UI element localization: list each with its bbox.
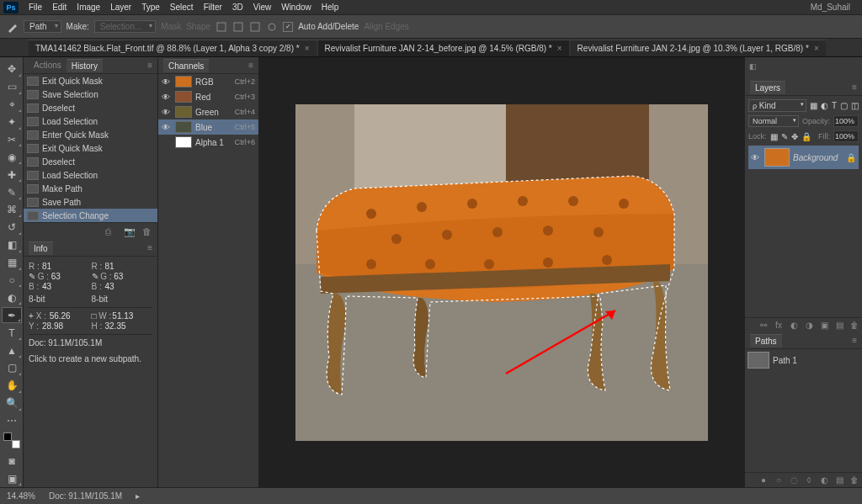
hand-tool[interactable]: ✋ (2, 378, 22, 394)
delete-icon[interactable]: 🗑 (849, 321, 859, 330)
filter-pixel-icon[interactable]: ▦ (810, 101, 817, 110)
info-tab[interactable]: Info (29, 241, 53, 255)
delete-icon[interactable]: 🗑 (142, 226, 154, 236)
type-tool[interactable]: T (2, 325, 22, 341)
layer-name[interactable]: Background (793, 153, 843, 162)
lock-pixels-icon[interactable]: ✎ (781, 132, 788, 141)
mask-button[interactable]: Mask (161, 22, 181, 31)
blur-tool[interactable]: ○ (2, 273, 22, 289)
filter-adj-icon[interactable]: ◐ (821, 101, 828, 110)
eye-icon[interactable]: 👁 (162, 77, 172, 87)
panel-menu-icon[interactable]: ≡ (852, 336, 857, 345)
shape-tool[interactable]: ▢ (2, 360, 22, 376)
zoom-level[interactable]: 14.48% (7, 491, 35, 501)
color-swatches[interactable] (3, 432, 20, 448)
channel-red[interactable]: 👁RedCtrl+3 (158, 89, 258, 104)
history-item[interactable]: Exit Quick Mask (24, 74, 157, 88)
path-select-tool[interactable]: ▲ (2, 342, 22, 358)
group-icon[interactable]: ▣ (819, 321, 829, 330)
lasso-tool[interactable]: ⌖ (2, 97, 22, 113)
fill-input[interactable] (833, 130, 859, 142)
channel-green[interactable]: 👁GreenCtrl+4 (158, 104, 258, 119)
close-icon[interactable]: × (305, 44, 310, 53)
link-icon[interactable]: ⚯ (758, 321, 769, 330)
path-name[interactable]: Path 1 (773, 356, 797, 365)
history-item[interactable]: Deselect (24, 155, 157, 168)
shape-button[interactable]: Shape (186, 22, 210, 31)
history-item[interactable]: Exit Quick Mask (24, 141, 157, 155)
zoom-tool[interactable]: 🔍 (2, 395, 22, 411)
doc-tab-0[interactable]: TMA141462 Black.Flat_Front.tif @ 88.8% (… (29, 40, 317, 56)
new-snapshot-icon[interactable]: 📷 (124, 226, 136, 236)
menu-3d[interactable]: 3D (227, 3, 248, 12)
menu-window[interactable]: Window (276, 3, 317, 12)
path-arrange-icon[interactable] (249, 21, 261, 33)
menu-edit[interactable]: Edit (47, 3, 72, 12)
stamp-tool[interactable]: ⌘ (2, 202, 22, 218)
lock-all-icon[interactable]: 🔒 (801, 132, 811, 141)
history-item[interactable]: Deselect (24, 101, 157, 114)
mask-path-icon[interactable]: ◐ (819, 475, 829, 485)
layer-thumbnail[interactable] (764, 148, 790, 167)
snapshot-icon[interactable]: ⎙ (105, 226, 117, 236)
gear-icon[interactable] (266, 21, 278, 33)
lock-pos-icon[interactable]: ✥ (791, 132, 798, 141)
doc-tab-2[interactable]: Revivalist Furniture JAN 2-14.jpg @ 10.3… (571, 40, 826, 56)
history-item[interactable]: Save Selection (24, 88, 157, 101)
edit-toolbar[interactable]: ⋯ (2, 413, 22, 429)
channel-alpha1[interactable]: Alpha 1Ctrl+6 (158, 135, 258, 150)
mask-icon[interactable]: ◐ (789, 321, 799, 330)
menu-file[interactable]: File (24, 3, 47, 12)
menu-help[interactable]: Help (317, 3, 344, 12)
eye-icon[interactable]: 👁 (162, 123, 172, 132)
new-path-icon[interactable]: ▤ (834, 475, 844, 485)
history-item[interactable]: Make Path (24, 182, 157, 195)
menu-image[interactable]: Image (72, 3, 105, 12)
panel-menu-icon[interactable]: ≡ (147, 61, 152, 70)
wand-tool[interactable]: ✦ (2, 114, 22, 130)
history-tab[interactable]: History (67, 59, 103, 72)
panel-menu-icon[interactable]: ≡ (248, 61, 253, 70)
close-icon[interactable]: × (557, 44, 562, 53)
doc-tab-1[interactable]: Revivalist Furniture JAN 2-14_before.jpg… (318, 40, 569, 56)
gradient-tool[interactable]: ▦ (2, 255, 22, 271)
tool-mode-dropdown[interactable]: Path (24, 20, 61, 33)
lock-trans-icon[interactable]: ▦ (770, 132, 778, 141)
close-icon[interactable]: × (814, 44, 819, 53)
actions-tab[interactable]: Actions (29, 59, 67, 72)
color-panel-icon[interactable]: ◧ (747, 62, 758, 74)
eyedropper-tool[interactable]: ◉ (2, 149, 22, 165)
doc-size[interactable]: Doc: 91.1M/105.1M (49, 491, 122, 501)
marquee-tool[interactable]: ▭ (2, 79, 22, 95)
brush-tool[interactable]: ✎ (2, 184, 22, 200)
eye-icon[interactable]: 👁 (162, 108, 172, 117)
new-layer-icon[interactable]: ▤ (834, 321, 844, 330)
stroke-path-icon[interactable]: ○ (774, 475, 784, 485)
channel-rgb[interactable]: 👁RGBCtrl+2 (158, 74, 258, 89)
crop-tool[interactable]: ✂ (2, 132, 22, 148)
menu-view[interactable]: View (248, 3, 277, 12)
layers-tab[interactable]: Layers (750, 81, 785, 94)
heal-tool[interactable]: ✚ (2, 167, 22, 183)
menu-select[interactable]: Select (165, 3, 199, 12)
eraser-tool[interactable]: ◧ (2, 237, 22, 253)
menu-type[interactable]: Type (136, 3, 165, 12)
path-from-selection-icon[interactable]: ◊ (804, 475, 814, 485)
blend-mode-dropdown[interactable]: Normal (748, 115, 799, 127)
pen-tool[interactable]: ✒ (2, 307, 22, 323)
foreground-color[interactable] (3, 432, 12, 441)
panel-menu-icon[interactable]: ≡ (852, 82, 857, 92)
filter-type-icon[interactable]: T (832, 101, 837, 110)
history-item[interactable]: Load Selection (24, 168, 157, 182)
path-align-icon[interactable] (232, 21, 244, 33)
filter-shape-icon[interactable]: ▢ (840, 101, 848, 110)
channel-blue[interactable]: 👁BlueCtrl+5 (158, 119, 258, 135)
quickmask-toggle[interactable]: ◙ (2, 453, 22, 469)
delete-icon[interactable]: 🗑 (849, 475, 859, 485)
history-item[interactable]: Enter Quick Mask (24, 128, 157, 141)
canvas[interactable] (259, 57, 744, 487)
channels-tab[interactable]: Channels (163, 59, 209, 72)
move-tool[interactable]: ✥ (2, 61, 22, 77)
adjustment-icon[interactable]: ◑ (804, 321, 814, 330)
layer-kind-filter[interactable]: ρ Kind (748, 99, 806, 112)
